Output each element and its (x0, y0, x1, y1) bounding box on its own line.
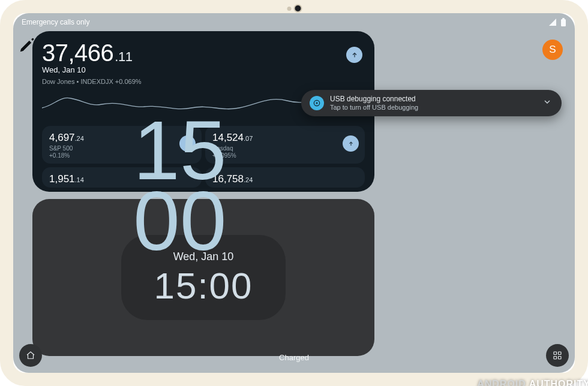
battery-status-text: Charged (13, 353, 575, 362)
clock-date: Wed, Jan 10 (154, 251, 253, 263)
status-bar: Emergency calls only (22, 16, 566, 29)
mini-card-3[interactable]: 1,951.14 (42, 167, 202, 188)
chevron-down-icon[interactable] (542, 97, 553, 109)
trend-up-icon (343, 135, 359, 152)
usb-icon (310, 96, 324, 110)
mini-card-sp500[interactable]: 4,697.24 S&P 500 +0.18% (42, 126, 202, 164)
mini-card-nasdaq[interactable]: 14,524.07 Nasdaq +0.095% (205, 126, 365, 164)
primary-index-subline: Dow Jones • INDEXDJX +0.069% (42, 78, 365, 85)
primary-index-price: 37,466.11 (42, 40, 365, 67)
svg-rect-0 (562, 18, 565, 19)
trend-up-icon (179, 135, 196, 152)
notification-body: Tap to turn off USB debugging (330, 104, 542, 111)
notification-title: USB debugging connected (330, 95, 542, 104)
clock-pill: Wed, Jan 10 15:00 (121, 235, 285, 320)
mini-card-4[interactable]: 16,758.24 (205, 167, 365, 188)
primary-trend-up-icon[interactable] (346, 47, 362, 63)
tablet-screen: Emergency calls only 37,466.11 Wed, Jan … (13, 13, 575, 373)
clock-time: 15:00 (154, 264, 253, 307)
primary-index-date: Wed, Jan 10 (42, 65, 365, 74)
edit-pencil-icon[interactable] (18, 36, 36, 56)
battery-icon (560, 18, 566, 26)
svg-rect-1 (561, 19, 566, 26)
user-avatar[interactable]: S (542, 40, 563, 60)
network-status: Emergency calls only (22, 18, 89, 26)
signal-icon (548, 19, 557, 26)
usb-debugging-notification[interactable]: USB debugging connected Tap to turn off … (301, 90, 562, 116)
clock-widget[interactable]: Wed, Jan 10 15:00 (32, 199, 374, 356)
status-icons (548, 18, 566, 26)
